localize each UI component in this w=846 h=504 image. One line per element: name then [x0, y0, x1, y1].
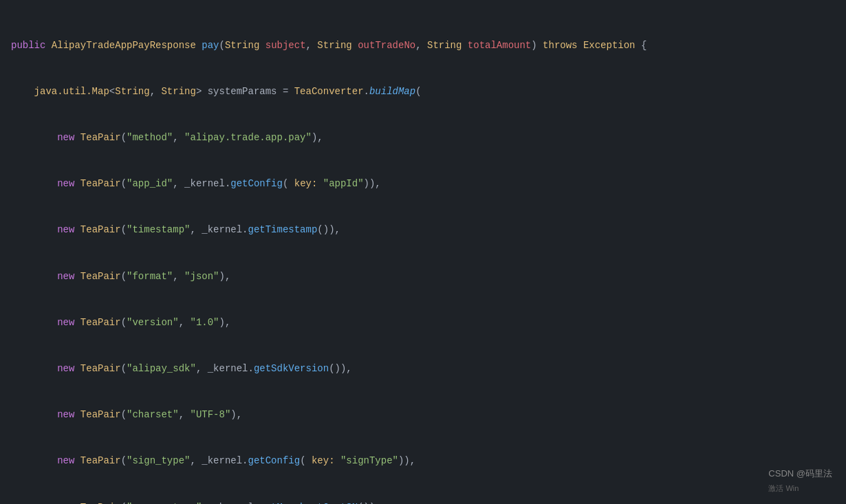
line-4: new TeaPair("app_id", _kernel.getConfig(… [11, 176, 835, 191]
line-3: new TeaPair("method", "alipay.trade.app.… [11, 130, 835, 145]
line-2: java.util.Map<String, String> systemPara… [11, 84, 835, 99]
line-10: new TeaPair("sign_type", _kernel.getConf… [11, 453, 835, 468]
line-9: new TeaPair("charset", "UTF-8"), [11, 407, 835, 422]
line-11: new TeaPair("app_cert_sn", _kernel.getMe… [11, 500, 835, 505]
line-1: public AlipayTradeAppPayResponse pay(Str… [11, 38, 835, 53]
line-7: new TeaPair("version", "1.0"), [11, 315, 835, 330]
code-block: public AlipayTradeAppPayResponse pay(Str… [0, 4, 846, 504]
watermark: CSDN @码里法 激活 Win [768, 467, 832, 496]
line-6: new TeaPair("format", "json"), [11, 269, 835, 284]
line-5: new TeaPair("timestamp", _kernel.getTime… [11, 222, 835, 237]
line-8: new TeaPair("alipay_sdk", _kernel.getSdk… [11, 361, 835, 376]
